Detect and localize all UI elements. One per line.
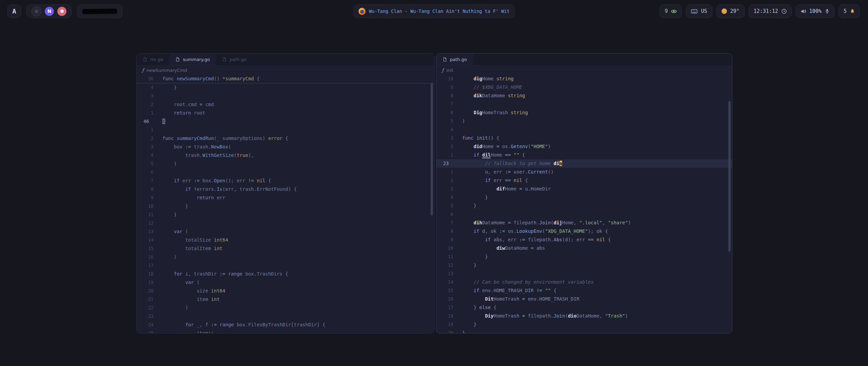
code-text: digHome string — [462, 75, 514, 83]
code-line[interactable]: 7 — [436, 100, 732, 108]
code-line[interactable]: 17 } else { — [436, 303, 732, 312]
code-line[interactable]: 15 totalItem int — [137, 244, 434, 253]
code-line[interactable]: 7 dihDataHome = filepath.Join(dijHome, "… — [436, 219, 732, 227]
code-token: dih — [474, 220, 482, 225]
code-line[interactable]: 46} — [137, 117, 434, 126]
code-token: ( — [182, 229, 188, 234]
code-line[interactable]: 18 for i, trashDir := range box.TrashDir… — [137, 270, 434, 278]
keyboard-layout-pill[interactable]: US — [686, 4, 712, 18]
code-line[interactable]: 19 var ( — [137, 278, 434, 287]
tab-rm.go[interactable]: rm.go — [137, 54, 169, 65]
tab-summary.go[interactable]: summary.go — [169, 54, 216, 65]
code-line[interactable]: 15 if env.HOME_TRASH_DIR != "" { — [436, 286, 732, 295]
code-line[interactable]: 8 if d, ok := os.LookupEnv("XDG_DATA_HOM… — [436, 227, 732, 236]
code-line[interactable]: 12 — [137, 219, 434, 227]
code-line[interactable]: 13 — [436, 269, 732, 278]
scrollbar[interactable] — [431, 83, 433, 216]
code-line[interactable]: 2 if err == nil { — [436, 176, 732, 185]
code-line[interactable]: 24 for _, f := range box.FilesByTrashDir… — [137, 321, 434, 329]
code-token: env.HOME_TRASH_DIR — [479, 288, 537, 293]
code-line[interactable]: 7 if err := box.Open(); err != nil { — [137, 177, 434, 185]
tab-path.go[interactable]: path.go — [216, 54, 253, 65]
code-line[interactable]: 16 ) — [137, 253, 434, 261]
scrollbar[interactable] — [728, 101, 731, 252]
volume-pill[interactable]: 100% — [796, 4, 834, 18]
code-line[interactable]: 12 } — [436, 261, 732, 269]
code-token: return — [197, 195, 214, 200]
code-line[interactable]: 25 item++ — [137, 329, 434, 333]
code-line[interactable]: 6 DigHomeTrash string — [436, 108, 732, 117]
code-line[interactable]: 2func summaryCmdRun(_ summaryOptions) er… — [137, 134, 434, 143]
code-line[interactable]: 1 if dilHome == "" { — [436, 151, 732, 159]
code-line[interactable]: 13 var ( — [137, 227, 434, 236]
code-line[interactable]: 2 root.cmd = cmd — [137, 100, 434, 109]
breadcrumb[interactable]: ƒ newSummaryCmd — [137, 66, 434, 75]
code-line[interactable]: 9 // $XDG_DATA_HOME — [436, 83, 732, 92]
media-player-pill[interactable]: Wu-Tang Clan - Wu-Tang Clan Ain't Nuthin… — [353, 4, 515, 18]
code-token: errors. — [197, 186, 217, 192]
code-line[interactable]: 8 if !errors.Is(err, trash.ErrNotFound) … — [137, 185, 434, 194]
tab-path.go[interactable]: path.go — [436, 54, 473, 65]
code-line[interactable]: 5 ) — [137, 160, 434, 168]
tray-dark-app-icon[interactable] — [32, 6, 41, 16]
code-line[interactable]: 8 dikDataHome string — [436, 92, 732, 100]
code-line[interactable]: 11 } — [137, 210, 434, 219]
code-line[interactable]: 6 — [137, 168, 434, 177]
code-line[interactable]: 10 diwDataHome = abs — [436, 244, 732, 252]
code-token: string — [496, 76, 514, 81]
eye-icon — [671, 9, 677, 14]
tray-n-app-icon[interactable]: N — [45, 7, 54, 16]
code-line[interactable]: 5 } — [436, 202, 732, 210]
breadcrumb[interactable]: ƒ init — [436, 66, 732, 75]
code-text: } else { — [462, 303, 496, 312]
code-token: := — [194, 178, 200, 183]
code-line[interactable]: 17 — [137, 261, 434, 270]
tray-pink-app-icon[interactable] — [57, 7, 66, 16]
code-line[interactable]: 9 if abs, err := filepath.Abs(d); err ==… — [436, 236, 732, 244]
code-line[interactable]: 2 didHome = os.Getenv("HOME") — [436, 142, 732, 151]
code-line[interactable]: 10 digHome string — [436, 75, 732, 83]
code-line[interactable]: 21 item int — [137, 295, 434, 304]
clock-pill[interactable]: 12:31:12 — [749, 4, 792, 18]
code-line[interactable]: 3 — [137, 92, 434, 100]
notifications-pill[interactable]: 5 — [839, 4, 860, 18]
code-line[interactable]: 20} — [436, 329, 732, 333]
code-token: ) — [625, 313, 628, 319]
status-count-pill[interactable]: 9 — [659, 4, 682, 18]
code-line[interactable]: 18 DiyHomeTrash = filepath.Join(dioDataH… — [436, 312, 732, 320]
code-token: ) — [162, 161, 177, 166]
code-line[interactable]: 23 — [137, 312, 434, 321]
code-line[interactable]: 6 — [436, 210, 732, 219]
code-line[interactable]: 1 return root — [137, 109, 434, 117]
line-number: 22 — [143, 304, 154, 312]
code-line[interactable]: 19 } — [436, 320, 732, 329]
code-line[interactable]: 4 } — [436, 193, 732, 202]
code-line[interactable]: 16 DitHomeTrash = env.HOME_TRASH_DIR — [436, 295, 732, 303]
code-line[interactable]: 20 size int64 — [137, 287, 434, 295]
code-line[interactable]: 9 return err — [137, 194, 434, 202]
code-token: (err, trash.ErrNotFound) { — [222, 186, 297, 192]
code-line[interactable]: 4 trash.WithGetSize(true), — [137, 151, 434, 160]
code-line[interactable]: 10 } — [137, 202, 434, 210]
code-token: dij — [554, 220, 562, 225]
code-line[interactable]: 1 — [137, 126, 434, 134]
code-line[interactable]: 1 u, err := user.Current() — [436, 168, 732, 176]
code-line[interactable]: 26func newSummaryCmd() *summaryCmd { — [137, 75, 434, 83]
code-line[interactable]: 22 ) — [137, 304, 434, 312]
code-text: trash.WithGetSize(true), — [162, 151, 254, 160]
code-line[interactable]: 14 totalSize int64 — [137, 236, 434, 244]
code-line[interactable]: 3func init() { — [436, 134, 732, 142]
code-line[interactable]: 3 box := trash.NewBox( — [137, 143, 434, 151]
redacted-button[interactable] — [77, 4, 122, 18]
code-line[interactable]: 23 // fallback to get home dia — [436, 159, 732, 168]
code-text: } — [462, 261, 476, 269]
launcher-button[interactable]: A — [7, 4, 21, 18]
weather-pill[interactable]: 29° — [716, 4, 745, 18]
code-line[interactable]: 3 difHome = u.HomeDir — [436, 185, 732, 193]
code-line[interactable]: 11 } — [436, 252, 732, 261]
code-line[interactable]: 4 — [436, 125, 732, 134]
code-line[interactable]: 14 // Can be changed by environment vari… — [436, 278, 732, 286]
code-token: func — [162, 136, 174, 141]
code-line[interactable]: 4 } — [137, 83, 434, 92]
code-line[interactable]: 5) — [436, 117, 732, 125]
